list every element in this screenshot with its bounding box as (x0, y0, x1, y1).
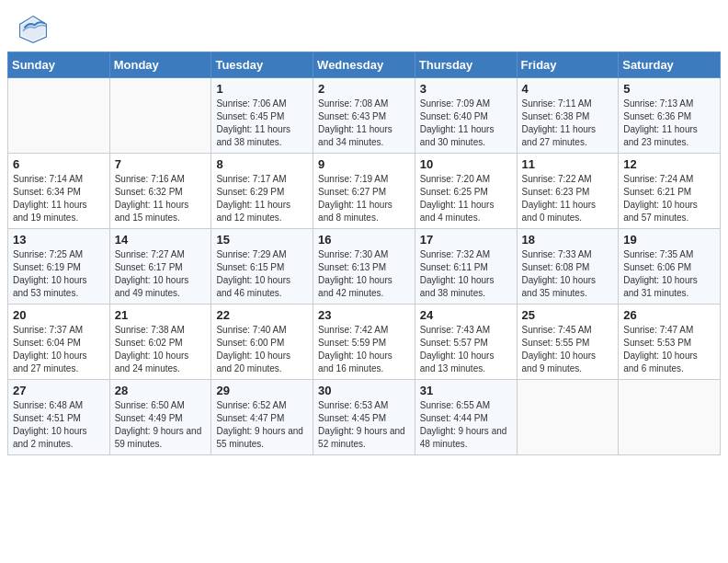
logo-icon (18, 15, 48, 44)
calendar-cell: 9Sunrise: 7:19 AMSunset: 6:27 PMDaylight… (313, 154, 415, 229)
calendar-cell (517, 380, 619, 455)
day-info: Sunrise: 7:38 AMSunset: 6:02 PMDaylight:… (115, 324, 207, 375)
day-info: Sunrise: 7:14 AMSunset: 6:34 PMDaylight:… (13, 173, 105, 224)
calendar-cell: 1Sunrise: 7:06 AMSunset: 6:45 PMDaylight… (211, 78, 313, 154)
calendar-week-3: 13Sunrise: 7:25 AMSunset: 6:19 PMDayligh… (8, 229, 721, 304)
calendar-cell: 22Sunrise: 7:40 AMSunset: 6:00 PMDayligh… (211, 304, 313, 380)
calendar-cell: 28Sunrise: 6:50 AMSunset: 4:49 PMDayligh… (109, 380, 211, 455)
weekday-header-friday: Friday (517, 52, 619, 78)
page-header (0, 0, 728, 52)
day-info: Sunrise: 7:35 AMSunset: 6:06 PMDaylight:… (623, 248, 715, 300)
day-number: 3 (420, 82, 512, 96)
calendar-cell: 27Sunrise: 6:48 AMSunset: 4:51 PMDayligh… (8, 380, 110, 455)
day-number: 24 (420, 308, 512, 322)
day-info: Sunrise: 7:45 AMSunset: 5:55 PMDaylight:… (522, 324, 614, 375)
day-info: Sunrise: 7:30 AMSunset: 6:13 PMDaylight:… (318, 248, 410, 300)
calendar-cell: 11Sunrise: 7:22 AMSunset: 6:23 PMDayligh… (517, 154, 619, 229)
day-number: 30 (318, 384, 410, 397)
calendar-cell: 29Sunrise: 6:52 AMSunset: 4:47 PMDayligh… (211, 380, 313, 455)
day-number: 4 (522, 82, 614, 96)
day-info: Sunrise: 7:47 AMSunset: 5:53 PMDaylight:… (623, 324, 715, 375)
day-number: 7 (115, 157, 207, 171)
calendar-cell: 15Sunrise: 7:29 AMSunset: 6:15 PMDayligh… (211, 229, 313, 304)
weekday-header-tuesday: Tuesday (211, 52, 313, 78)
day-info: Sunrise: 7:06 AMSunset: 6:45 PMDaylight:… (216, 98, 308, 149)
weekday-header-monday: Monday (109, 52, 211, 78)
calendar-cell: 17Sunrise: 7:32 AMSunset: 6:11 PMDayligh… (415, 229, 517, 304)
day-info: Sunrise: 7:40 AMSunset: 6:00 PMDaylight:… (216, 324, 308, 375)
day-number: 25 (522, 308, 614, 322)
logo (18, 15, 51, 44)
calendar-cell: 16Sunrise: 7:30 AMSunset: 6:13 PMDayligh… (313, 229, 415, 304)
day-number: 2 (318, 82, 410, 96)
day-info: Sunrise: 7:37 AMSunset: 6:04 PMDaylight:… (13, 324, 105, 375)
day-info: Sunrise: 6:52 AMSunset: 4:47 PMDaylight:… (216, 399, 308, 451)
day-info: Sunrise: 7:29 AMSunset: 6:15 PMDaylight:… (216, 248, 308, 300)
calendar-week-5: 27Sunrise: 6:48 AMSunset: 4:51 PMDayligh… (8, 380, 721, 455)
day-number: 20 (13, 308, 105, 322)
calendar-cell: 4Sunrise: 7:11 AMSunset: 6:38 PMDaylight… (517, 78, 619, 154)
calendar-cell: 2Sunrise: 7:08 AMSunset: 6:43 PMDaylight… (313, 78, 415, 154)
calendar-cell: 7Sunrise: 7:16 AMSunset: 6:32 PMDaylight… (109, 154, 211, 229)
calendar-cell: 18Sunrise: 7:33 AMSunset: 6:08 PMDayligh… (517, 229, 619, 304)
day-info: Sunrise: 7:11 AMSunset: 6:38 PMDaylight:… (522, 98, 614, 149)
day-info: Sunrise: 7:25 AMSunset: 6:19 PMDaylight:… (13, 248, 105, 300)
day-info: Sunrise: 7:33 AMSunset: 6:08 PMDaylight:… (522, 248, 614, 300)
calendar-week-4: 20Sunrise: 7:37 AMSunset: 6:04 PMDayligh… (8, 304, 721, 380)
day-info: Sunrise: 7:42 AMSunset: 5:59 PMDaylight:… (318, 324, 410, 375)
calendar-cell: 31Sunrise: 6:55 AMSunset: 4:44 PMDayligh… (415, 380, 517, 455)
day-number: 22 (216, 308, 308, 322)
day-number: 26 (623, 308, 715, 322)
day-info: Sunrise: 7:24 AMSunset: 6:21 PMDaylight:… (623, 173, 715, 224)
calendar-cell: 20Sunrise: 7:37 AMSunset: 6:04 PMDayligh… (8, 304, 110, 380)
day-number: 21 (115, 308, 207, 322)
calendar-cell: 26Sunrise: 7:47 AMSunset: 5:53 PMDayligh… (619, 304, 721, 380)
day-number: 27 (13, 384, 105, 397)
day-info: Sunrise: 7:43 AMSunset: 5:57 PMDaylight:… (420, 324, 512, 375)
day-info: Sunrise: 6:55 AMSunset: 4:44 PMDaylight:… (420, 399, 512, 451)
day-info: Sunrise: 7:32 AMSunset: 6:11 PMDaylight:… (420, 248, 512, 300)
day-info: Sunrise: 7:20 AMSunset: 6:25 PMDaylight:… (420, 173, 512, 224)
day-info: Sunrise: 7:27 AMSunset: 6:17 PMDaylight:… (115, 248, 207, 300)
day-info: Sunrise: 7:19 AMSunset: 6:27 PMDaylight:… (318, 173, 410, 224)
day-info: Sunrise: 6:50 AMSunset: 4:49 PMDaylight:… (115, 399, 207, 451)
day-info: Sunrise: 7:08 AMSunset: 6:43 PMDaylight:… (318, 98, 410, 149)
calendar-cell: 14Sunrise: 7:27 AMSunset: 6:17 PMDayligh… (109, 229, 211, 304)
day-number: 28 (115, 384, 207, 397)
day-number: 13 (13, 233, 105, 247)
calendar-cell: 24Sunrise: 7:43 AMSunset: 5:57 PMDayligh… (415, 304, 517, 380)
calendar-cell: 5Sunrise: 7:13 AMSunset: 6:36 PMDaylight… (619, 78, 721, 154)
day-info: Sunrise: 6:48 AMSunset: 4:51 PMDaylight:… (13, 399, 105, 451)
calendar-cell: 12Sunrise: 7:24 AMSunset: 6:21 PMDayligh… (619, 154, 721, 229)
day-number: 18 (522, 233, 614, 247)
calendar-cell: 30Sunrise: 6:53 AMSunset: 4:45 PMDayligh… (313, 380, 415, 455)
calendar-cell: 13Sunrise: 7:25 AMSunset: 6:19 PMDayligh… (8, 229, 110, 304)
day-number: 16 (318, 233, 410, 247)
calendar-week-1: 1Sunrise: 7:06 AMSunset: 6:45 PMDaylight… (8, 78, 721, 154)
day-info: Sunrise: 7:09 AMSunset: 6:40 PMDaylight:… (420, 98, 512, 149)
day-number: 14 (115, 233, 207, 247)
day-info: Sunrise: 7:13 AMSunset: 6:36 PMDaylight:… (623, 98, 715, 149)
calendar-cell (619, 380, 721, 455)
calendar-cell (8, 78, 110, 154)
weekday-header-sunday: Sunday (8, 52, 110, 78)
calendar-cell: 23Sunrise: 7:42 AMSunset: 5:59 PMDayligh… (313, 304, 415, 380)
day-number: 12 (623, 157, 715, 171)
weekday-header-thursday: Thursday (415, 52, 517, 78)
day-number: 10 (420, 157, 512, 171)
day-info: Sunrise: 7:16 AMSunset: 6:32 PMDaylight:… (115, 173, 207, 224)
day-number: 1 (216, 82, 308, 96)
day-number: 6 (13, 157, 105, 171)
day-number: 23 (318, 308, 410, 322)
calendar-cell: 6Sunrise: 7:14 AMSunset: 6:34 PMDaylight… (8, 154, 110, 229)
calendar-cell: 10Sunrise: 7:20 AMSunset: 6:25 PMDayligh… (415, 154, 517, 229)
day-info: Sunrise: 7:17 AMSunset: 6:29 PMDaylight:… (216, 173, 308, 224)
day-number: 17 (420, 233, 512, 247)
calendar-cell: 21Sunrise: 7:38 AMSunset: 6:02 PMDayligh… (109, 304, 211, 380)
weekday-header-saturday: Saturday (619, 52, 721, 78)
day-number: 19 (623, 233, 715, 247)
calendar-cell: 19Sunrise: 7:35 AMSunset: 6:06 PMDayligh… (619, 229, 721, 304)
day-number: 15 (216, 233, 308, 247)
day-number: 8 (216, 157, 308, 171)
calendar-week-2: 6Sunrise: 7:14 AMSunset: 6:34 PMDaylight… (8, 154, 721, 229)
